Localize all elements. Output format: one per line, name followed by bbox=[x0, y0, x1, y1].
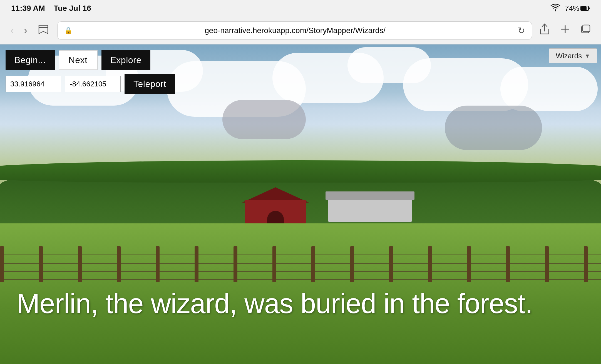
cloud bbox=[500, 67, 598, 111]
bookmarks-button[interactable] bbox=[35, 21, 52, 39]
status-time: 11:39 AM bbox=[11, 4, 45, 13]
fence-wire bbox=[0, 263, 601, 264]
svg-rect-2 bbox=[581, 6, 587, 10]
fence-post bbox=[506, 246, 510, 282]
controls-row-2: Teleport bbox=[6, 74, 175, 94]
cloud-dark bbox=[222, 100, 306, 139]
shed bbox=[328, 197, 412, 222]
reload-button[interactable]: ↻ bbox=[518, 25, 525, 36]
fence-post bbox=[584, 246, 588, 282]
fence-wire bbox=[0, 255, 601, 255]
fence-post bbox=[467, 246, 471, 282]
controls-overlay: Begin... Next Explore Teleport bbox=[0, 44, 181, 99]
controls-row-1: Begin... Next Explore bbox=[6, 50, 175, 70]
next-button[interactable]: Next bbox=[59, 50, 98, 70]
explore-button[interactable]: Explore bbox=[101, 50, 150, 70]
cloud-dark bbox=[445, 106, 542, 150]
fence-post bbox=[389, 246, 393, 282]
fence-post bbox=[117, 246, 121, 282]
fence-post bbox=[0, 246, 4, 282]
caption-text: Merlin, the wizard, was buried in the fo… bbox=[17, 288, 533, 319]
battery-indicator: 74% bbox=[565, 4, 590, 13]
battery-pct: 74% bbox=[565, 4, 579, 13]
fence-wire bbox=[0, 271, 601, 272]
wizards-arrow-icon: ▼ bbox=[585, 53, 590, 59]
fence-post bbox=[272, 246, 276, 282]
fence-post bbox=[428, 246, 432, 282]
url-text: geo-narrative.herokuapp.com/StoryMapper/… bbox=[76, 26, 514, 35]
svg-rect-7 bbox=[583, 25, 590, 32]
fence-wire bbox=[0, 279, 601, 280]
wizards-label: Wizards bbox=[556, 52, 582, 60]
fence-post bbox=[78, 246, 82, 282]
wifi-icon bbox=[550, 4, 560, 13]
lock-icon: 🔒 bbox=[64, 27, 73, 34]
fence-post bbox=[350, 246, 354, 282]
svg-rect-1 bbox=[588, 8, 590, 9]
fence-post bbox=[311, 246, 315, 282]
status-indicators: 74% bbox=[550, 4, 590, 13]
new-tab-button[interactable] bbox=[558, 22, 572, 39]
fence-post bbox=[39, 246, 43, 282]
fence-post bbox=[545, 246, 549, 282]
browser-chrome: ‹ › 🔒 geo-narrative.herokuapp.com/StoryM… bbox=[0, 17, 601, 44]
address-bar[interactable]: 🔒 geo-narrative.herokuapp.com/StoryMappe… bbox=[57, 21, 532, 40]
back-button[interactable]: ‹ bbox=[8, 23, 16, 38]
caption-area: Merlin, the wizard, was buried in the fo… bbox=[0, 288, 601, 320]
browser-actions bbox=[538, 22, 593, 39]
fence-post bbox=[234, 246, 237, 282]
wizards-button[interactable]: Wizards ▼ bbox=[549, 48, 597, 63]
status-bar: 11:39 AM Tue Jul 16 74% bbox=[0, 0, 601, 17]
teleport-button[interactable]: Teleport bbox=[125, 74, 175, 94]
main-content: Merlin, the wizard, was buried in the fo… bbox=[0, 44, 601, 364]
status-date: Tue Jul 16 bbox=[54, 4, 91, 13]
share-button[interactable] bbox=[538, 22, 552, 39]
fence bbox=[0, 249, 601, 282]
fence-post bbox=[156, 246, 160, 282]
forward-button[interactable]: › bbox=[22, 23, 29, 38]
begin-button[interactable]: Begin... bbox=[6, 50, 55, 70]
wizards-dropdown: Wizards ▼ bbox=[549, 48, 597, 63]
fence-post bbox=[195, 246, 198, 282]
latitude-input[interactable] bbox=[6, 76, 61, 92]
longitude-input[interactable] bbox=[65, 76, 121, 92]
status-time-date: 11:39 AM Tue Jul 16 bbox=[11, 4, 91, 13]
tabs-button[interactable] bbox=[579, 22, 593, 39]
